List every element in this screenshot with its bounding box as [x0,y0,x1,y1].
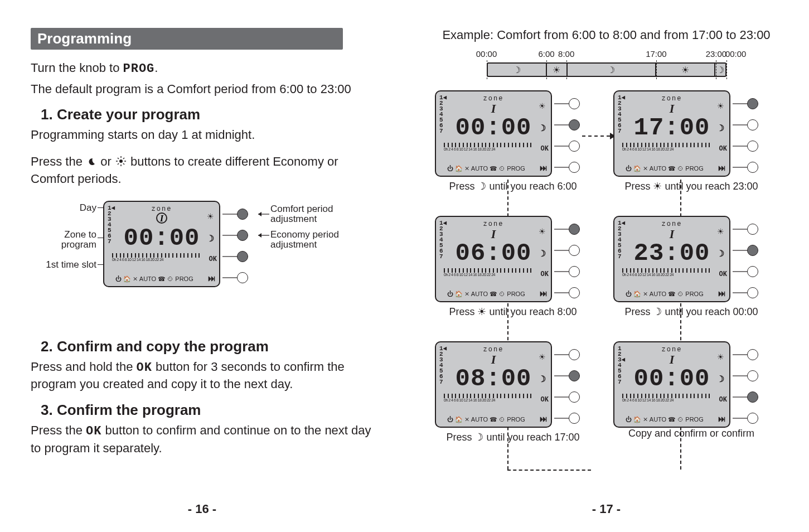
moon-icon: ☽ [653,306,662,317]
comfort-button[interactable] [747,349,758,360]
economy-button[interactable] [569,119,580,130]
sun-icon: ☀ [653,181,662,192]
lcd-skip-icon: ⏭ [208,274,216,283]
section-title: Programming [31,28,343,50]
economy-button[interactable] [569,245,580,256]
page-number-left: - 16 - [0,502,404,516]
skip-button[interactable] [747,287,758,298]
programming-flow: 1◀234567 zone I 00:00 ☀ ☽ OK ⏭ 0h 2 4 6 … [435,90,778,481]
prog-word: PROG [123,62,155,76]
ok-button[interactable] [747,391,758,403]
ok-label: OK [541,145,549,153]
caption-step-4: Press ☀ until you reach 23:00 [613,180,769,192]
ok-button[interactable] [237,251,248,262]
ok-button[interactable] [569,141,580,152]
page-17: Example: Comfort from 6:00 to 8:00 and f… [404,0,808,532]
lcd-step-1: 1◀234567 zone I 00:00 ☀ ☽ OK ⏭ 0h 2 4 6 … [435,90,552,177]
page-16: Programming Turn the knob to PROG. The d… [0,0,404,532]
schedule-timeline: 00:00 6:00 8:00 17:00 23:00 00:00 ☽ ☀ ☽ … [487,49,726,77]
tl-8-00: 8:00 [558,49,574,59]
moon-icon: ☽ [477,181,486,192]
economy-button[interactable] [747,119,758,130]
caption-step-2: Press ☀ until you reach 8:00 [435,306,591,318]
intro-post: . [154,61,158,75]
sun-icon [116,154,126,171]
skip-button[interactable] [569,162,580,173]
step-cell-2: 1◀234567 zone I 06:00 ☀ ☽ OK ⏭ 0h 2 4 6 … [435,216,591,318]
tl-23-00: 23:00 [706,49,727,59]
ok-button[interactable] [569,391,580,403]
moon-icon: ☽ [474,432,483,443]
comfort-button[interactable] [569,349,580,360]
economy-button[interactable] [569,370,580,381]
step-cell-6: 123◀4567 zone I 00:00 ☀ ☽ OK ⏭ 0h 2 4 6 … [613,341,769,439]
step-1-heading: 1. Create your program [31,106,374,123]
time-step-4: 17:00 [614,114,729,142]
time-step-6: 00:00 [614,365,729,393]
lcd-sun-icon: ☀ [205,212,216,221]
tl-00-00-end: 00:00 [725,49,747,59]
economy-button[interactable] [747,370,758,381]
step-cell-5: 1◀234567 zone I 23:00 ☀ ☽ OK ⏭ 0h 2 4 6 … [613,216,769,318]
svg-marker-16 [258,212,261,216]
ok-button[interactable] [747,141,758,152]
segment-comfort-2: ☀ [656,64,716,76]
lcd-step-6: 123◀4567 zone I 00:00 ☀ ☽ OK ⏭ 0h 2 4 6 … [613,341,730,428]
lcd-step-5: 1◀234567 zone I 23:00 ☀ ☽ OK ⏭ 0h 2 4 6 … [613,216,730,302]
label-comfort-adjustment: Comfort period adjustment [270,204,348,225]
label-first-time-slot: 1st time slot [31,260,96,270]
intro-turn-knob: Turn the knob to PROG. [31,60,374,78]
time-step-5: 23:00 [614,239,729,267]
lcd-screen: 1◀234567 zone I 00:00 ☀ ☽ OK ⏭ 0h 2 4 6 … [103,201,220,287]
lcd-ok-label: OK [209,255,217,263]
skip-button[interactable] [747,162,758,173]
economy-button[interactable] [237,230,248,241]
lcd-moon-icon: ☽ [205,233,216,244]
lcd-time-display: 00:00 [104,224,219,252]
h3-pre: Press the [31,423,86,437]
example-title: Example: Comfort from 6:00 to 8:00 and f… [435,28,778,42]
skip-button[interactable] [569,287,580,298]
comfort-button[interactable] [747,224,758,235]
h2-pre: Press and hold the [31,360,137,374]
economy-button[interactable] [747,245,758,256]
caption-step-6: Copy and confirm or confirm [613,428,769,439]
lcd-hour-scale: 0h 2 4 6 8 10 12 14 16 18 20 22 24 [112,253,202,263]
step-2-body: Press and hold the OK button for 3 secon… [31,359,374,393]
caption-step-5: Press ☽ until you reach 00:00 [613,306,769,318]
h3-ok: OK [86,424,101,438]
svg-line-5 [118,158,119,159]
caption-step-1: Press ☽ until you reach 6:00 [435,180,591,192]
lcd-step-3: 1◀234567 zone I 08:00 ☀ ☽ OK ⏭ 0h 2 4 6 … [435,341,552,428]
page-number-right: - 17 - [404,502,808,516]
moon-icon [87,154,96,171]
label-day: Day [63,203,96,214]
comfort-button[interactable] [569,224,580,235]
tl-6-00: 6:00 [538,49,554,59]
time-step-3: 08:00 [436,365,551,393]
svg-text:I: I [159,214,164,223]
intro-pre: Turn the knob to [31,61,123,75]
svg-line-7 [118,163,119,165]
ok-button[interactable] [747,266,758,277]
step-3-heading: 3. Confirm the program [31,402,374,419]
step-cell-1: 1◀234567 zone I 00:00 ☀ ☽ OK ⏭ 0h 2 4 6 … [435,90,591,192]
comfort-button[interactable] [747,98,758,109]
lcd-button-column [222,201,259,287]
comfort-button[interactable] [569,98,580,109]
segment-economy-1: ☽ [488,64,548,76]
caption-step-3: Press ☽ until you reach 17:00 [435,431,591,443]
annotated-lcd-diagram: Day Zone to program 1st time slot Comfor… [31,195,343,329]
skip-button[interactable] [237,272,248,283]
comfort-button[interactable] [237,209,248,220]
time-step-1: 00:00 [436,114,551,142]
h2-ok: OK [137,361,152,375]
tl-17-00: 17:00 [646,49,667,59]
intro-default: The default program is a Comfort period … [31,81,374,98]
step-cell-4: 1◀234567 zone I 17:00 ☀ ☽ OK ⏭ 0h 2 4 6 … [613,90,769,192]
svg-line-6 [123,163,124,165]
skip-button[interactable] [569,413,580,424]
skip-button[interactable] [747,413,758,424]
ok-button[interactable] [569,266,580,277]
lcd-step-4: 1◀234567 zone I 17:00 ☀ ☽ OK ⏭ 0h 2 4 6 … [613,90,730,177]
